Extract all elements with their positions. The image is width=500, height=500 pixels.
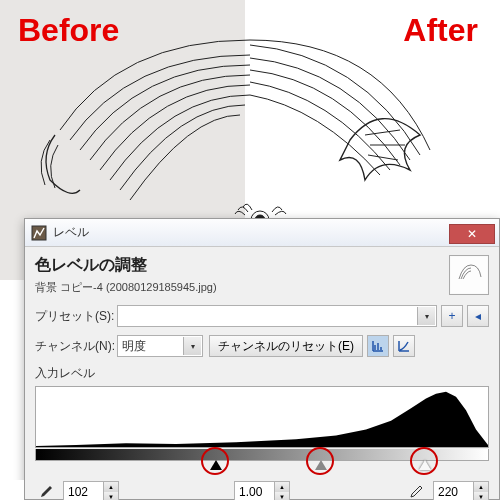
after-label: After — [403, 12, 478, 49]
plus-icon: + — [448, 309, 455, 323]
back-icon: ◂ — [475, 309, 481, 323]
channel-combo[interactable]: 明度▾ — [117, 335, 203, 357]
chart-icon — [371, 339, 385, 353]
chart-log-icon — [397, 339, 411, 353]
annotation-circle — [410, 447, 438, 475]
preset-label: プリセット(S): — [35, 308, 117, 325]
gamma-input[interactable]: 1.00▲▼ — [234, 481, 290, 500]
histogram-linear-button[interactable] — [367, 335, 389, 357]
black-point-value: 102 — [68, 485, 88, 499]
input-levels-label: 入力レベル — [35, 365, 489, 382]
add-preset-button[interactable]: + — [441, 305, 463, 327]
layer-caption: 背景 コピー-4 (20080129185945.jpg) — [35, 280, 443, 295]
eyedropper-icon — [38, 484, 54, 500]
svg-rect-3 — [451, 257, 487, 293]
down-icon[interactable]: ▼ — [104, 492, 118, 500]
app-icon — [31, 225, 47, 241]
annotation-circle — [306, 447, 334, 475]
up-icon[interactable]: ▲ — [275, 482, 289, 492]
reset-channel-button[interactable]: チャンネルのリセット(E) — [209, 335, 363, 357]
before-label: Before — [18, 12, 119, 49]
histogram — [35, 386, 489, 448]
close-icon: ✕ — [467, 227, 477, 241]
channel-label: チャンネル(N): — [35, 338, 117, 355]
preset-back-button[interactable]: ◂ — [467, 305, 489, 327]
dialog-heading: 色レベルの調整 — [35, 255, 443, 276]
chevron-down-icon: ▾ — [417, 307, 435, 325]
eyedropper-icon — [408, 484, 424, 500]
titlebar[interactable]: レベル ✕ — [25, 219, 499, 247]
up-icon[interactable]: ▲ — [104, 482, 118, 492]
layer-thumbnail — [449, 255, 489, 295]
preset-combo[interactable]: ▾ — [117, 305, 437, 327]
channel-value: 明度 — [122, 338, 146, 355]
black-point-input[interactable]: 102▲▼ — [63, 481, 119, 500]
histogram-log-button[interactable] — [393, 335, 415, 357]
levels-dialog: レベル ✕ 色レベルの調整 背景 コピー-4 (20080129185945.j… — [24, 218, 500, 500]
close-button[interactable]: ✕ — [449, 224, 495, 244]
black-eyedropper-button[interactable] — [35, 481, 57, 500]
up-icon[interactable]: ▲ — [474, 482, 488, 492]
annotation-circle — [201, 447, 229, 475]
chevron-down-icon: ▾ — [183, 337, 201, 355]
gamma-value: 1.00 — [239, 485, 262, 499]
white-point-input[interactable]: 220▲▼ — [433, 481, 489, 500]
white-point-value: 220 — [438, 485, 458, 499]
down-icon[interactable]: ▼ — [275, 492, 289, 500]
window-title: レベル — [53, 224, 449, 241]
down-icon[interactable]: ▼ — [474, 492, 488, 500]
input-slider[interactable] — [35, 461, 489, 473]
white-eyedropper-button[interactable] — [405, 481, 427, 500]
